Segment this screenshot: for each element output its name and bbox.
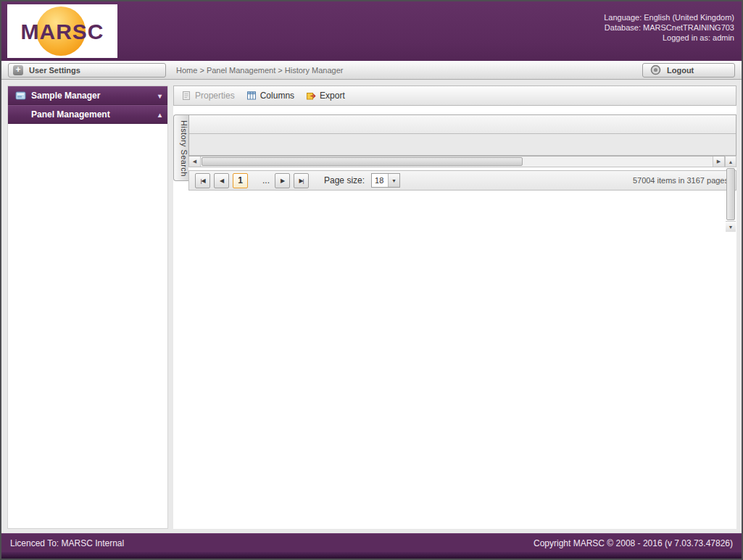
page-size-value: 18: [372, 176, 388, 185]
scroll-down-button[interactable]: ▼: [726, 221, 736, 232]
export-icon: [306, 91, 316, 101]
last-page-button[interactable]: ▶|: [294, 173, 309, 188]
last-page-icon: ▶|: [299, 177, 303, 184]
scroll-right-button[interactable]: ▶: [713, 156, 724, 167]
logout-button[interactable]: Logout: [642, 63, 735, 78]
export-button[interactable]: Export: [306, 91, 345, 101]
main-body: Sample Manager▾Panel Management▴ Propert…: [1, 80, 742, 533]
group-label: Panel Management: [31, 109, 158, 120]
scroll-up-icon: ▲: [729, 159, 734, 164]
properties-button: Properties: [181, 91, 235, 101]
pagination-bar: |◀ ◀ 1 ... ▶ ▶| Page size: 18 ▾ 57004 it…: [188, 170, 736, 191]
grid-filter-row: [189, 134, 736, 156]
columns-button[interactable]: Columns: [246, 91, 294, 101]
horizontal-scroll-thumb[interactable]: [202, 157, 523, 166]
chevron-up-icon: ▴: [158, 111, 162, 119]
chevron-down-icon: ▾: [388, 174, 399, 187]
next-page-button[interactable]: ▶: [275, 173, 290, 188]
sidebar: Sample Manager▾Panel Management▴: [7, 85, 168, 529]
logged-in-info: Logged in as: admin: [604, 33, 734, 43]
scroll-left-button[interactable]: ◀: [189, 156, 201, 167]
top-toolbar: + User Settings Home > Panel Management …: [1, 61, 742, 80]
user-settings-label: User Settings: [29, 66, 80, 75]
data-grid: [188, 114, 736, 156]
group-label: Sample Manager: [31, 91, 158, 101]
sidebar-top-groups: Sample Manager▾Panel Management▴: [8, 86, 167, 124]
columns-label: Columns: [260, 91, 294, 101]
page-size-label: Page size:: [324, 175, 365, 185]
plus-icon: +: [13, 65, 23, 75]
columns-icon: [246, 91, 257, 101]
group-icon-slot: [15, 109, 27, 120]
app-window: MARSC Language: English (United Kingdom)…: [0, 0, 743, 560]
app-header: MARSC Language: English (United Kingdom)…: [1, 1, 742, 61]
vertical-scroll-thumb[interactable]: [726, 168, 735, 220]
history-search-tab[interactable]: History Search: [173, 114, 188, 181]
grid-toolbar: Properties Columns Export: [173, 85, 736, 106]
app-footer: Licenced To: MARSC Internal Copyright MA…: [1, 533, 742, 552]
prev-page-button[interactable]: ◀: [214, 173, 229, 188]
first-page-icon: |◀: [200, 177, 204, 184]
logout-icon: [650, 64, 661, 75]
next-page-icon: ▶: [281, 177, 284, 184]
current-page[interactable]: 1: [233, 173, 248, 188]
content-area: Properties Columns Export History Search: [173, 85, 736, 529]
sidebar-group-panel-management[interactable]: Panel Management▴: [8, 105, 167, 124]
scroll-up-button[interactable]: ▲: [726, 156, 736, 167]
page-ellipsis[interactable]: ...: [261, 175, 271, 185]
session-info: Language: English (United Kingdom) Datab…: [604, 12, 734, 43]
items-summary: 57004 items in 3167 pages: [633, 176, 730, 185]
page-size-select[interactable]: 18 ▾: [371, 173, 400, 188]
breadcrumb[interactable]: Home > Panel Management > History Manage…: [176, 66, 344, 75]
language-info: Language: English (United Kingdom): [604, 12, 734, 22]
grid-header-row: [189, 115, 736, 134]
sidebar-group-sample-manager[interactable]: Sample Manager▾: [8, 86, 167, 105]
prev-page-icon: ◀: [220, 177, 223, 184]
sidebar-filler: [8, 130, 167, 528]
grid-region: History Search ◀ ▶ ▲ ▼: [173, 114, 736, 167]
scroll-down-icon: ▼: [729, 225, 734, 230]
licence-text: Licenced To: MARSC Internal: [10, 538, 124, 548]
database-info: Database: MARSCnetTRAINING703: [604, 22, 734, 33]
bottom-strip: [1, 552, 742, 559]
vertical-scrollbar[interactable]: ▲ ▼: [725, 156, 736, 167]
marsc-logo: MARSC: [7, 4, 117, 58]
panel-management-submenu: [8, 124, 167, 130]
first-page-button[interactable]: |◀: [195, 173, 210, 188]
user-settings-button[interactable]: + User Settings: [8, 63, 166, 78]
horizontal-scrollbar[interactable]: ◀ ▶: [188, 156, 725, 167]
chevron-down-icon: ▾: [158, 92, 162, 100]
logo-text: MARSC: [7, 20, 117, 44]
copyright-text: Copyright MARSC © 2008 - 2016 (v 7.03.73…: [534, 538, 733, 548]
scroll-right-icon: ▶: [717, 159, 721, 164]
logout-label: Logout: [667, 66, 694, 75]
scroll-left-icon: ◀: [193, 159, 196, 164]
sample-manager-icon: [15, 91, 27, 101]
export-label: Export: [320, 91, 345, 101]
properties-icon: [181, 91, 191, 101]
properties-label: Properties: [195, 91, 235, 101]
